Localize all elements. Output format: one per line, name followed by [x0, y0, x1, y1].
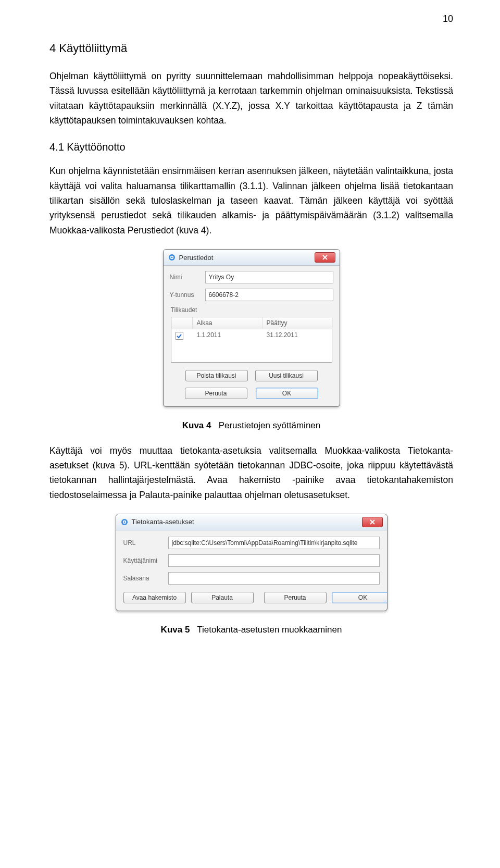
restore-button[interactable]: Palauta	[191, 592, 254, 603]
url-input[interactable]	[168, 537, 380, 549]
app-icon	[168, 253, 176, 262]
figure-5: Tietokanta-asetukset URL Käyttäjänimi	[49, 514, 453, 613]
name-input[interactable]	[205, 271, 333, 283]
dialog-title: Tietokanta-asetukset	[132, 518, 194, 526]
cancel-button[interactable]: Peruuta	[185, 388, 247, 399]
dialog-body: URL Käyttäjänimi Salasana Avaa hakemisto…	[116, 530, 387, 611]
figure-5-caption: Kuva 5 Tietokanta-asetusten muokkaaminen	[49, 625, 453, 635]
username-label: Käyttäjänimi	[123, 557, 168, 564]
close-button[interactable]	[315, 252, 335, 263]
dialog-title: Perustiedot	[179, 254, 214, 262]
new-period-button[interactable]: Uusi tilikausi	[255, 370, 318, 381]
open-directory-button[interactable]: Avaa hakemisto	[123, 592, 186, 603]
ok-button[interactable]: OK	[256, 388, 318, 399]
page: 10 4 Käyttöliittymä Ohjelman käyttöliitt…	[0, 0, 500, 668]
url-label: URL	[123, 539, 168, 547]
name-label: Nimi	[170, 274, 205, 281]
ytunnus-label: Y-tunnus	[170, 291, 205, 299]
table-row[interactable]: 1.1.2011 31.12.2011	[171, 329, 332, 342]
app-icon	[120, 518, 129, 526]
remove-period-button[interactable]: Poista tilikausi	[185, 370, 248, 381]
page-number: 10	[443, 14, 453, 24]
paragraph: Ohjelman käyttöliittymä on pyritty suunn…	[49, 69, 453, 128]
ytunnus-input[interactable]	[205, 289, 333, 301]
close-button[interactable]	[362, 517, 383, 527]
figure-4: Perustiedot Nimi Y-tunnus Tilikaudet	[49, 249, 453, 409]
subsection-heading: 4.1 Käyttöönotto	[49, 141, 453, 153]
periods-label: Tilikaudet	[171, 306, 333, 314]
dialog-tietokanta-asetukset: Tietokanta-asetukset URL Käyttäjänimi	[116, 514, 388, 611]
cell-begin: 1.1.2011	[193, 329, 262, 342]
cancel-button[interactable]: Peruuta	[264, 592, 327, 603]
dialog-titlebar: Tietokanta-asetukset	[116, 514, 387, 530]
row-checkbox[interactable]	[176, 332, 183, 340]
cell-end: 31.12.2011	[262, 329, 332, 342]
figure-4-label: Kuva 4	[182, 420, 211, 430]
dialog-perustiedot: Perustiedot Nimi Y-tunnus Tilikaudet	[163, 249, 340, 407]
svg-point-2	[171, 256, 172, 258]
figure-4-caption-text: Perustietojen syöttäminen	[219, 420, 321, 430]
paragraph: Kun ohjelma käynnistetään ensimmäisen ke…	[49, 164, 453, 238]
dialog-body: Nimi Y-tunnus Tilikaudet Alkaa Päättyy	[164, 266, 340, 406]
password-label: Salasana	[123, 575, 168, 582]
col-header-end: Päättyy	[262, 317, 332, 329]
figure-5-label: Kuva 5	[161, 625, 190, 635]
section-heading: 4 Käyttöliittymä	[49, 42, 453, 55]
paragraph: Käyttäjä voi myös muuttaa tietokanta-ase…	[49, 443, 453, 502]
ok-button[interactable]: OK	[332, 592, 388, 603]
col-header-begin: Alkaa	[193, 317, 262, 329]
dialog-titlebar: Perustiedot	[164, 250, 340, 266]
svg-point-7	[123, 521, 125, 523]
table-header: Alkaa Päättyy	[171, 317, 332, 329]
figure-5-caption-text: Tietokanta-asetusten muokkaaminen	[197, 625, 342, 635]
password-input[interactable]	[168, 572, 380, 585]
figure-4-caption: Kuva 4 Perustietojen syöttäminen	[49, 420, 453, 431]
username-input[interactable]	[168, 554, 380, 567]
periods-table: Alkaa Päättyy 1.1.2011 31.12.2011	[171, 317, 332, 363]
